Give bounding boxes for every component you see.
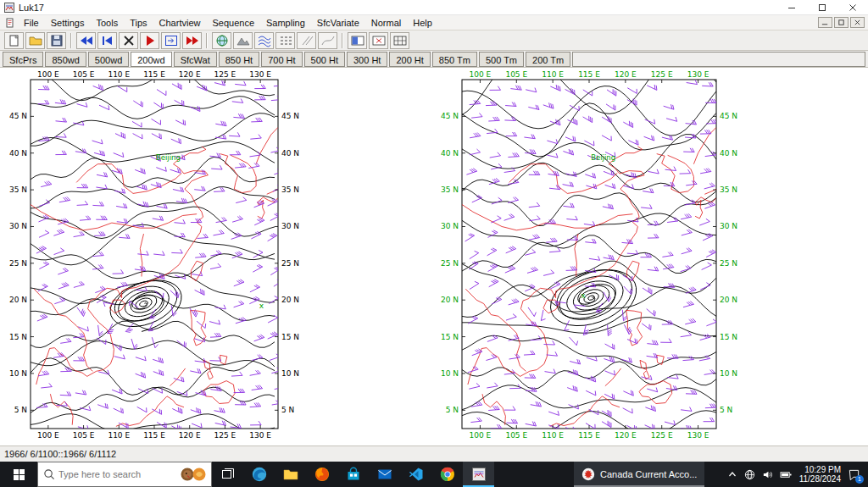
taskbar-app-edge[interactable] bbox=[243, 462, 275, 487]
task-view-button[interactable] bbox=[212, 462, 243, 487]
volume-icon[interactable] bbox=[762, 469, 773, 480]
taskbar-app-mail[interactable] bbox=[369, 462, 400, 487]
svg-text:120 E: 120 E bbox=[179, 431, 201, 440]
close-icon bbox=[849, 3, 857, 12]
svg-text:15 N: 15 N bbox=[720, 333, 737, 341]
taskbar-app-file-explorer[interactable] bbox=[275, 462, 306, 487]
rewind-button[interactable] bbox=[76, 32, 96, 49]
svg-text:25 N: 25 N bbox=[9, 259, 27, 268]
chrome-icon bbox=[439, 466, 456, 483]
tab-300-ht[interactable]: 300 Ht bbox=[347, 52, 387, 67]
tray-expand-icon[interactable] bbox=[727, 469, 737, 479]
tab-850wd[interactable]: 850wd bbox=[45, 52, 86, 67]
mail-icon bbox=[376, 466, 393, 483]
turkey-holiday-icon bbox=[181, 467, 206, 482]
mdi-close-button[interactable] bbox=[850, 17, 865, 28]
taskbar-app-chrome[interactable] bbox=[431, 462, 463, 487]
globe-view-button[interactable] bbox=[212, 32, 231, 49]
globe-view-icon bbox=[214, 34, 230, 47]
tab-500wd[interactable]: 500wd bbox=[88, 52, 129, 67]
notification-center-button[interactable]: 1 bbox=[848, 468, 860, 481]
close-chart-button[interactable] bbox=[119, 32, 138, 49]
network-icon[interactable] bbox=[744, 469, 755, 480]
contour-lines-button[interactable] bbox=[254, 32, 274, 49]
svg-text:120 E: 120 E bbox=[179, 70, 201, 79]
tab-200-tm[interactable]: 200 Tm bbox=[526, 52, 570, 67]
frame-step-button[interactable] bbox=[161, 32, 181, 49]
menu-item-sfcvariate[interactable]: SfcVariate bbox=[311, 16, 365, 30]
windows-logo-icon bbox=[13, 468, 25, 481]
svg-text:130 E: 130 E bbox=[687, 431, 709, 440]
menu-item-help[interactable]: Help bbox=[407, 16, 438, 30]
slant-lines-icon bbox=[299, 34, 314, 47]
tab-500-ht[interactable]: 500 Ht bbox=[304, 52, 345, 67]
battery-icon[interactable] bbox=[780, 469, 793, 480]
taskbar-apps bbox=[243, 462, 494, 487]
play-button[interactable] bbox=[140, 32, 159, 49]
hatch-fill-button[interactable] bbox=[275, 32, 295, 49]
menu-item-tips[interactable]: Tips bbox=[124, 16, 153, 30]
menu-item-settings[interactable]: Settings bbox=[45, 16, 91, 30]
svg-text:15 N: 15 N bbox=[441, 333, 459, 341]
mdi-restore-button[interactable] bbox=[834, 17, 849, 28]
svg-text:125 E: 125 E bbox=[214, 70, 236, 79]
svg-text:40 N: 40 N bbox=[281, 149, 299, 158]
start-button[interactable] bbox=[0, 462, 37, 487]
maximize-button[interactable] bbox=[807, 0, 837, 14]
tab-strip-filler bbox=[572, 52, 865, 67]
svg-text:125 E: 125 E bbox=[651, 431, 673, 440]
step-back-button[interactable] bbox=[97, 32, 117, 49]
save-icon bbox=[49, 34, 64, 47]
minimize-button[interactable] bbox=[776, 0, 807, 14]
svg-text:40 N: 40 N bbox=[441, 149, 459, 158]
grid-scale-button[interactable] bbox=[390, 32, 409, 49]
tab-850-tm[interactable]: 850 Tm bbox=[432, 52, 477, 67]
smooth-curve-button[interactable] bbox=[318, 32, 337, 49]
tab-sfcprs[interactable]: SfcPrs bbox=[3, 52, 43, 67]
taskbar-search[interactable] bbox=[37, 462, 212, 487]
svg-text:100 E: 100 E bbox=[37, 70, 59, 79]
split-panes-button[interactable] bbox=[348, 32, 367, 49]
open-folder-button[interactable] bbox=[25, 32, 45, 49]
menu-item-normal[interactable]: Normal bbox=[365, 16, 407, 30]
play-icon bbox=[142, 34, 158, 47]
taskbar-app-vscode[interactable] bbox=[400, 462, 431, 487]
toolbar-separator bbox=[342, 33, 343, 48]
svg-text:125 E: 125 E bbox=[651, 70, 673, 79]
weather-map-left[interactable]: 100 E100 E105 E105 E110 E110 E115 E115 E… bbox=[0, 68, 319, 444]
tab-200-ht[interactable]: 200 Ht bbox=[389, 52, 430, 67]
svg-text:30 N: 30 N bbox=[281, 222, 299, 230]
tab-700-ht[interactable]: 700 Ht bbox=[261, 52, 302, 67]
menu-item-tools[interactable]: Tools bbox=[90, 16, 124, 30]
close-button[interactable] bbox=[837, 0, 868, 14]
mdi-minimize-button[interactable] bbox=[818, 17, 832, 28]
tab-500-tm[interactable]: 500 Tm bbox=[479, 52, 524, 67]
taskbar-app-store[interactable] bbox=[337, 462, 369, 487]
taskbar-clock[interactable]: 10:29 PM 11/28/2024 bbox=[799, 465, 841, 484]
slant-lines-button[interactable] bbox=[297, 32, 316, 49]
taskbar-app-luk17[interactable] bbox=[463, 462, 494, 487]
svg-text:105 E: 105 E bbox=[505, 70, 527, 79]
search-input[interactable] bbox=[58, 469, 177, 479]
tab-200wd[interactable]: 200wd bbox=[131, 52, 171, 67]
search-highlight[interactable] bbox=[181, 467, 206, 482]
menu-item-sequence[interactable]: Sequence bbox=[206, 16, 260, 30]
tab-sfcwat[interactable]: SfcWat bbox=[174, 52, 217, 67]
pane-close-button[interactable] bbox=[369, 32, 388, 49]
fast-forward-button[interactable] bbox=[182, 32, 202, 49]
save-button[interactable] bbox=[47, 32, 66, 49]
window-button-canada[interactable]: Canada Current Acco... bbox=[574, 462, 704, 487]
new-document-button[interactable] bbox=[4, 32, 24, 49]
svg-text:110 E: 110 E bbox=[108, 431, 130, 440]
menu-item-file[interactable]: File bbox=[18, 16, 45, 30]
menu-item-sampling[interactable]: Sampling bbox=[260, 16, 311, 30]
svg-text:40 N: 40 N bbox=[720, 149, 737, 158]
tab-850-ht[interactable]: 850 Ht bbox=[219, 52, 259, 67]
menu-item-chartview[interactable]: Chartview bbox=[153, 16, 207, 30]
title-bar: Luk17 bbox=[0, 0, 868, 15]
weather-map-right[interactable]: 100 E100 E105 E105 E110 E110 E115 E115 E… bbox=[428, 68, 754, 444]
terrain-view-button[interactable] bbox=[233, 32, 253, 49]
svg-text:20 N: 20 N bbox=[720, 296, 737, 304]
window-button-label: Canada Current Acco... bbox=[600, 469, 697, 479]
taskbar-app-firefox[interactable] bbox=[306, 462, 337, 487]
